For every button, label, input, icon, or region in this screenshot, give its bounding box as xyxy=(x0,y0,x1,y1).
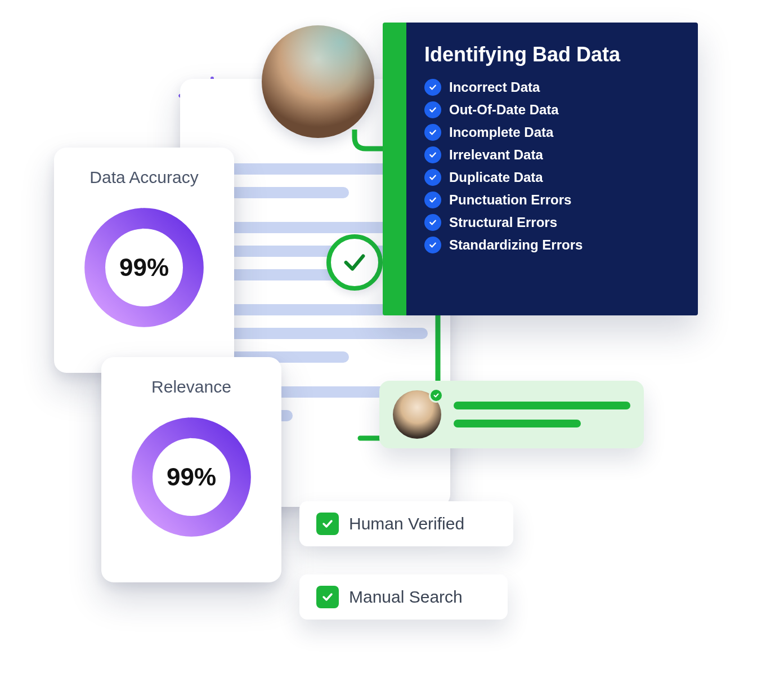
list-item: Duplicate Data xyxy=(424,169,680,186)
bullet-check-icon xyxy=(424,237,441,253)
check-icon xyxy=(342,250,368,275)
list-item: Punctuation Errors xyxy=(424,191,680,208)
list-item: Irrelevant Data xyxy=(424,146,680,163)
chip-human-verified: Human Verified xyxy=(299,501,513,546)
bullet-check-icon xyxy=(424,79,441,96)
bullet-check-icon xyxy=(424,146,441,163)
placeholder-bars xyxy=(454,402,630,427)
avatar xyxy=(262,25,374,138)
list-item-label: Incorrect Data xyxy=(449,79,540,95)
list-item: Standardizing Errors xyxy=(424,237,680,253)
list-item-label: Standardizing Errors xyxy=(449,237,583,253)
stat-value: 99% xyxy=(79,203,209,332)
bullet-check-icon xyxy=(424,214,441,231)
chip-label: Manual Search xyxy=(349,587,463,607)
donut-chart-relevance: 99% xyxy=(127,412,256,542)
illustration-stage: Data Accuracy 99% Relevance xyxy=(34,11,749,670)
avatar xyxy=(393,390,441,439)
bullet-check-icon xyxy=(424,191,441,208)
list-item-label: Out-Of-Date Data xyxy=(449,102,559,118)
panel-title: Identifying Bad Data xyxy=(424,43,680,66)
list-item: Out-Of-Date Data xyxy=(424,101,680,118)
list-item-label: Duplicate Data xyxy=(449,170,543,185)
list-item-label: Irrelevant Data xyxy=(449,147,543,163)
list-item-label: Punctuation Errors xyxy=(449,192,571,208)
list-item: Structural Errors xyxy=(424,214,680,231)
bullet-check-icon xyxy=(424,124,441,141)
stat-title: Data Accuracy xyxy=(89,168,198,187)
verified-check-circle xyxy=(326,234,383,291)
list-item-label: Structural Errors xyxy=(449,215,557,230)
chip-manual-search: Manual Search xyxy=(299,574,508,620)
list-item-label: Incomplete Data xyxy=(449,124,553,140)
check-icon xyxy=(316,586,339,608)
check-icon xyxy=(316,513,339,535)
stat-card-relevance: Relevance 99% xyxy=(101,357,281,582)
bullet-check-icon xyxy=(424,169,441,186)
stat-card-accuracy: Data Accuracy 99% xyxy=(54,148,234,373)
list-item: Incomplete Data xyxy=(424,124,680,141)
donut-chart-accuracy: 99% xyxy=(79,203,209,332)
bad-data-panel: Identifying Bad Data Incorrect Data Out-… xyxy=(383,23,698,315)
bullet-check-icon xyxy=(424,101,441,118)
stat-value: 99% xyxy=(127,412,256,542)
verified-badge-icon xyxy=(429,388,443,403)
bad-data-list: Incorrect Data Out-Of-Date Data Incomple… xyxy=(424,79,680,253)
stat-title: Relevance xyxy=(151,377,231,397)
list-item: Incorrect Data xyxy=(424,79,680,96)
chip-label: Human Verified xyxy=(349,514,464,533)
verified-bubble xyxy=(379,381,644,448)
panel-accent-stripe xyxy=(383,23,406,315)
